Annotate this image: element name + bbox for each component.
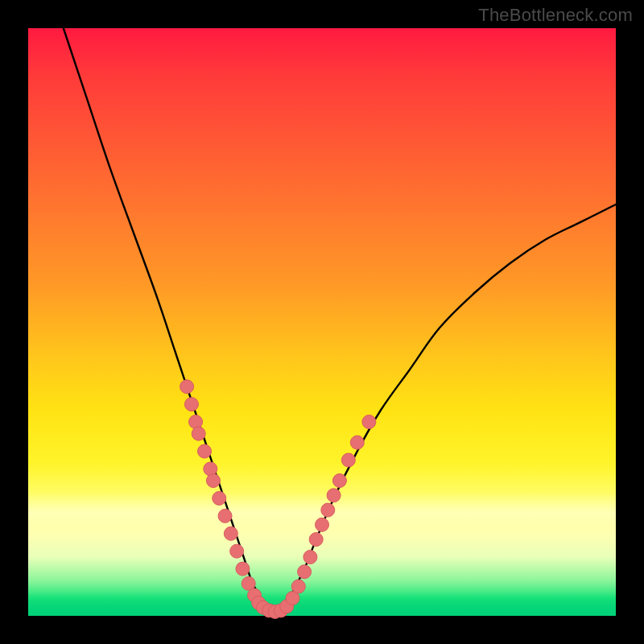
marker-dot (332, 474, 346, 488)
marker-dot (316, 518, 329, 531)
marker-dot (218, 509, 232, 522)
marker-dot (309, 533, 323, 547)
marker-dot (198, 444, 212, 458)
marker-dot (303, 551, 317, 564)
marker-dot (291, 580, 305, 593)
marker-group (180, 380, 376, 619)
marker-dot (184, 398, 198, 411)
marker-dot (230, 544, 244, 558)
marker-dot (192, 427, 205, 440)
marker-dot (213, 492, 226, 506)
marker-dot (341, 453, 355, 467)
chart-frame: TheBottleneck.com (0, 0, 644, 644)
marker-dot (327, 489, 341, 502)
chart-svg (28, 28, 616, 616)
marker-dot (298, 565, 312, 579)
marker-dot (362, 415, 376, 429)
marker-dot (224, 526, 237, 540)
marker-dot (206, 474, 220, 488)
watermark-text: TheBottleneck.com (478, 5, 633, 26)
plot-area (28, 28, 616, 616)
marker-dot (350, 436, 364, 449)
bottleneck-curve (64, 28, 616, 616)
marker-dot (321, 503, 335, 517)
marker-dot (236, 562, 250, 576)
marker-dot (180, 380, 194, 394)
